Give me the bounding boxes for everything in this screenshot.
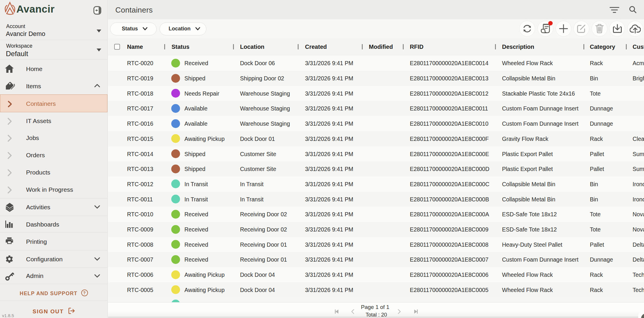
svg-text:?: ? [83,291,86,295]
